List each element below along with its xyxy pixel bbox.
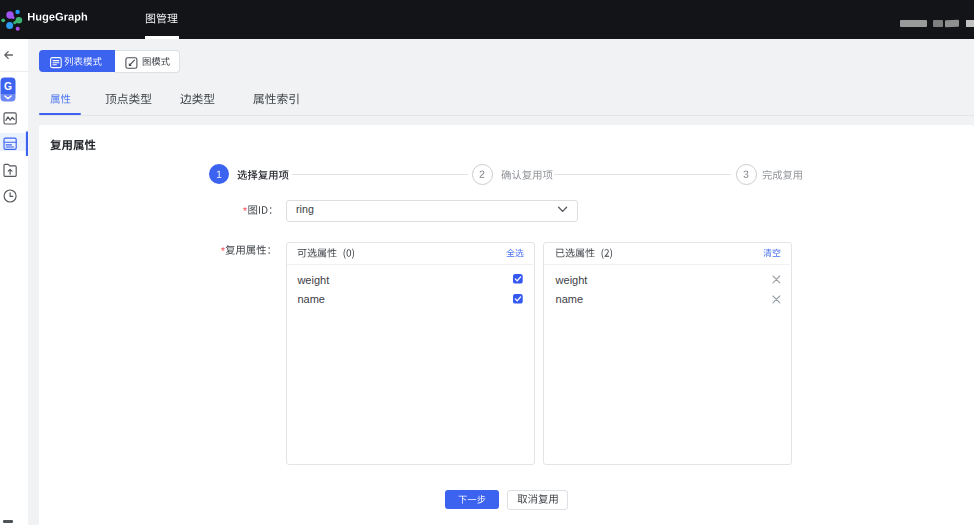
svg-text:G: G bbox=[4, 81, 12, 92]
